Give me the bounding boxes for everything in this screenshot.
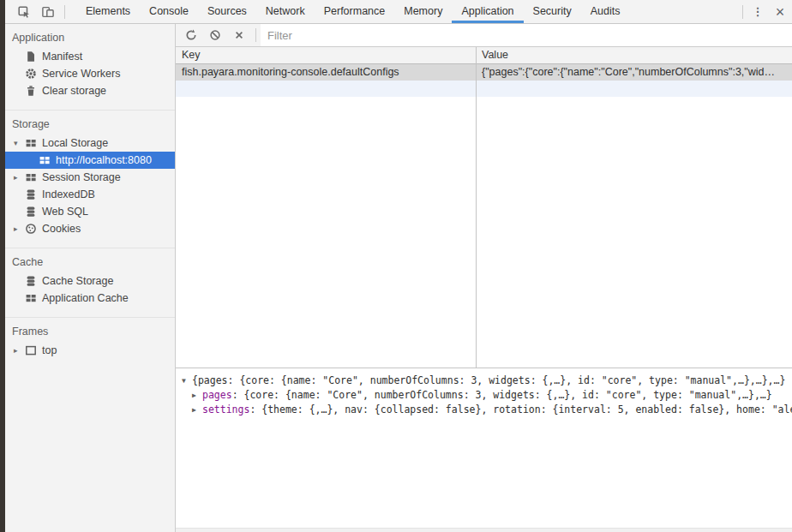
tab-elements[interactable]: Elements [76,0,140,23]
table-icon [39,154,51,166]
sidebar-section-storage: Storage▾Local Storagehttp://localhost:80… [5,111,175,248]
panel-tabs: ElementsConsoleSourcesNetworkPerformance… [76,0,629,23]
sidebar-item-label: Cookies [42,223,81,235]
sidebar-item-manifest[interactable]: Manifest [5,48,175,65]
delete-selected-icon[interactable] [227,24,251,46]
sidebar-item-label: Web SQL [42,206,88,218]
trash-icon [25,85,37,97]
sidebar-item-local-storage[interactable]: ▾Local Storage [5,134,175,152]
sidebar-item-label: Local Storage [42,137,108,149]
chevron-down-icon[interactable]: ▾ [14,139,25,147]
more-options-icon[interactable]: ⋮ [747,5,768,18]
sidebar-item-label: top [42,344,57,356]
tab-application[interactable]: Application [452,0,523,23]
preview-text: : {core: {name: "Core", numberOfColumns:… [232,389,772,401]
sidebar-section-cache: CacheCache StorageApplication Cache [5,248,175,318]
column-header-value[interactable]: Value [476,47,792,63]
table-icon [25,171,37,183]
storage-toolbar [176,24,792,47]
toolbar-separator [64,5,65,19]
sidebar-section-title: Application [5,24,175,48]
key-cell[interactable]: fish.payara.monitoring-console.defaultCo… [176,64,476,81]
preview-text: : {theme: {,…}, nav: {collapsed: false},… [249,403,792,415]
preview-text: {pages: {core: {name: "Core", numberOfCo… [192,374,785,386]
sidebar-item-indexeddb[interactable]: IndexedDB [5,186,175,203]
expanded-arrow-icon[interactable]: ▼ [182,374,192,388]
sidebar-item-session-storage[interactable]: ▸Session Storage [5,169,175,186]
table-icon [25,137,37,149]
sidebar-item-application-cache[interactable]: Application Cache [5,290,175,307]
filter-input[interactable] [261,24,792,46]
column-header-key[interactable]: Key [176,47,476,63]
main-split: ApplicationManifestService WorkersClear … [5,24,792,532]
gear-icon [25,68,37,80]
database-icon [25,206,37,218]
tab-performance[interactable]: Performance [315,0,395,23]
sidebar-item-cookies[interactable]: ▸Cookies [5,220,175,237]
devtools-panel: ElementsConsoleSourcesNetworkPerformance… [5,0,792,532]
preview-property-name: settings [202,403,249,415]
frame-icon [25,344,37,356]
sidebar-item-web-sql[interactable]: Web SQL [5,203,175,220]
database-icon [25,275,37,287]
sidebar-item-label: Session Storage [42,171,121,183]
clear-all-icon[interactable] [203,24,227,46]
sidebar-item-label: Cache Storage [42,275,113,287]
empty-stripe-row[interactable] [176,81,792,97]
preview-property-name: pages [202,389,232,401]
sidebar-item-label: http://localhost:8080 [56,154,152,166]
sidebar-item-label: Service Workers [42,68,120,80]
toolbar-separator [742,5,743,19]
chevron-right-icon[interactable]: ▸ [14,173,25,182]
chevron-right-icon[interactable]: ▸ [14,224,25,233]
collapsed-arrow-icon[interactable]: ▶ [192,389,202,403]
table-icon [25,292,37,304]
refresh-icon[interactable] [179,24,203,46]
column-divider[interactable] [476,47,477,368]
application-sidebar: ApplicationManifestService WorkersClear … [5,24,176,532]
inspect-element-icon[interactable] [12,1,36,23]
preview-line: ▼{pages: {core: {name: "Core", numberOfC… [182,374,792,388]
storage-content: Key Value fish.payara.monitoring-console… [176,24,792,532]
sidebar-section-title: Frames [5,318,175,342]
sidebar-item-label: Manifest [42,51,82,63]
toolbar-separator [255,28,256,42]
document-icon [25,51,37,63]
devtools-window: ElementsConsoleSourcesNetworkPerformance… [0,0,792,532]
table-row[interactable]: fish.payara.monitoring-console.defaultCo… [176,64,792,81]
tabbar-right-controls: ⋮ × [738,0,792,23]
tab-memory[interactable]: Memory [394,0,452,23]
bottom-strip [176,528,792,532]
database-icon [25,188,37,200]
value-preview-pane: ▼{pages: {core: {name: "Core", numberOfC… [176,368,792,528]
sidebar-item-service-workers[interactable]: Service Workers [5,65,175,82]
sidebar-section-application: ApplicationManifestService WorkersClear … [5,24,175,111]
tab-network[interactable]: Network [256,0,315,23]
sidebar-item-label: Clear storage [42,85,106,97]
sidebar-section-title: Cache [5,248,175,272]
close-devtools-icon[interactable]: × [768,1,792,23]
preview-line: ▶settings: {theme: {,…}, nav: {collapsed… [182,403,792,417]
table-header: Key Value [176,47,792,64]
tab-sources[interactable]: Sources [198,0,256,23]
sidebar-item-cache-storage[interactable]: Cache Storage [5,272,175,290]
devtools-tabbar: ElementsConsoleSourcesNetworkPerformance… [5,0,792,24]
device-toolbar-icon[interactable] [36,1,60,23]
sidebar-section-title: Storage [5,111,175,134]
storage-table: Key Value fish.payara.monitoring-console… [176,47,792,368]
sidebar-item-clear-storage[interactable]: Clear storage [5,82,175,99]
sidebar-item-label: IndexedDB [42,188,95,200]
tab-security[interactable]: Security [524,0,581,23]
sidebar-item-top[interactable]: ▸top [5,342,175,359]
collapsed-arrow-icon[interactable]: ▶ [192,403,202,417]
cookie-icon [25,223,37,235]
table-body[interactable]: fish.payara.monitoring-console.defaultCo… [176,64,792,368]
sidebar-item-http-localhost-8080[interactable]: http://localhost:8080 [5,152,175,169]
chevron-right-icon[interactable]: ▸ [14,346,25,355]
sidebar-section-frames: Frames▸top [5,318,175,369]
preview-line: ▶pages: {core: {name: "Core", numberOfCo… [182,388,792,403]
tab-console[interactable]: Console [140,0,198,23]
value-cell[interactable]: {"pages":{"core":{"name":"Core","numberO… [476,64,792,81]
tab-audits[interactable]: Audits [581,0,630,23]
sidebar-item-label: Application Cache [42,292,129,304]
